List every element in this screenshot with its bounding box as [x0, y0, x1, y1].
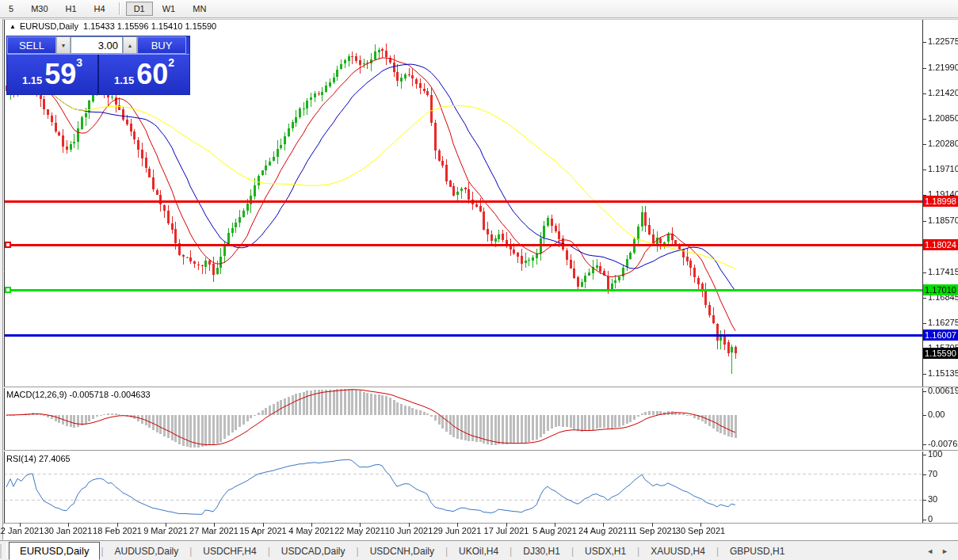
volume-input[interactable]: 3.00 [71, 36, 123, 54]
date-axis-label: 17 Jul 2021 [484, 526, 529, 535]
date-axis-label: 12 Jan 2021 [0, 526, 44, 535]
price-level-tag-1.16007[interactable]: 1.16007 [923, 330, 958, 341]
date-axis-label: 9 Mar 2021 [143, 526, 188, 535]
date-axis-label: 10 Jun 2021 [385, 526, 433, 535]
one-click-trade-panel: SELL ▼ 3.00 ▲ BUY 1.15 59 3 1.15 60 2 [6, 36, 190, 95]
price-level-tag-1.17010[interactable]: 1.17010 [923, 284, 958, 295]
chart-collapse-icon[interactable]: ▲ [10, 23, 16, 30]
volume-decrease-button[interactable]: ▼ [56, 36, 71, 54]
ask-price-big: 60 [136, 57, 168, 92]
chart-symbol-label: EURUSD,Daily [20, 21, 78, 31]
tab-XAUUSD[interactable]: XAUUSD,H4 [640, 543, 716, 559]
tab-DJ30[interactable]: DJ30,H1 [513, 543, 571, 559]
tab-scroll-right-button[interactable]: ► [941, 547, 948, 555]
date-axis-label: 5 Aug 2021 [532, 526, 577, 535]
price-axis-label: 1.17415 [928, 267, 958, 276]
price-axis-label: 1.21420 [928, 88, 958, 97]
macd-axis-label: 0.006193 [928, 386, 958, 395]
ask-price-prefix: 1.15 [114, 74, 134, 86]
tab-scroll-buttons: ◄► [926, 547, 948, 555]
tab-USDCHF[interactable]: USDCHF,H4 [193, 543, 266, 559]
date-axis-label: 27 Mar 2021 [189, 526, 239, 535]
date-axis-label: 4 May 2021 [288, 526, 334, 535]
price-axis-label: 1.21990 [928, 63, 958, 72]
tab-USDCAD[interactable]: USDCAD,Daily [271, 543, 356, 559]
date-axis-label: 18 Feb 2021 [93, 526, 142, 535]
price-axis-label: 1.15135 [928, 368, 958, 378]
price-chart-canvas[interactable] [0, 17, 958, 540]
date-axis-label: 30 Sep 2021 [676, 526, 725, 535]
volume-increase-button[interactable]: ▲ [123, 36, 137, 54]
tab-scroll-left-button[interactable]: ◄ [926, 547, 933, 555]
current-price-tag: 1.15590 [923, 348, 958, 359]
price-level-tag-1.18024[interactable]: 1.18024 [923, 239, 958, 250]
date-axis-label: 29 Jun 2021 [433, 526, 482, 535]
sell-price-button[interactable]: 1.15 59 3 [7, 55, 97, 94]
price-axis-label: 1.18570 [928, 215, 958, 225]
price-axis-label: 1.16275 [928, 318, 958, 327]
price-level-tag-1.18998[interactable]: 1.18998 [923, 196, 958, 207]
tab-AUDUSD[interactable]: AUDUSD,Daily [105, 543, 189, 559]
date-axis-label: 15 Apr 2021 [239, 526, 286, 535]
bid-price-pipette: 3 [76, 56, 82, 69]
rsi-axis-label: 70 [928, 469, 937, 478]
chart-ohlc-values: 1.15433 1.15596 1.15410 1.15590 [83, 21, 216, 31]
chart-tab-bar: EURUSD,Daily|AUDUSD,Daily|USDCHF,H4|USDC… [0, 540, 958, 560]
date-axis-label: 30 Jan 2021 [44, 526, 93, 535]
tab-GBPUSD[interactable]: GBPUSD,H1 [719, 543, 795, 559]
macd-indicator-label: MACD(12,26,9) -0.005718 -0.004633 [6, 390, 151, 399]
rsi-axis-label: 100 [928, 449, 942, 459]
bid-price-big: 59 [44, 57, 76, 92]
buy-price-button[interactable]: 1.15 60 2 [97, 55, 189, 94]
tab-USDX[interactable]: USDX,H1 [574, 543, 636, 559]
macd-axis-label: -0.00762 [928, 439, 958, 448]
price-axis-label: 1.20280 [928, 139, 958, 148]
date-axis-label: 22 May 2021 [334, 526, 385, 535]
sell-button[interactable]: SELL [7, 36, 56, 54]
chart-title: ▲EURUSD,Daily 1.15433 1.15596 1.15410 1.… [10, 21, 216, 31]
trading-platform-window: 5M30H1H4D1W1MN ▲EURUSD,Daily 1.15433 1.1… [0, 0, 958, 560]
tab-UKOil[interactable]: UKOil,H4 [448, 543, 509, 559]
rsi-indicator-label: RSI(14) 27.4065 [6, 454, 71, 463]
macd-axis-label: 0.00 [928, 410, 945, 419]
ask-price-pipette: 2 [168, 56, 174, 69]
date-axis-label: 11 Sep 2021 [628, 526, 677, 535]
date-axis-label: 24 Aug 2021 [578, 526, 628, 535]
chart-window: ▲EURUSD,Daily 1.15433 1.15596 1.15410 1.… [0, 0, 958, 560]
tab-EURUSD[interactable]: EURUSD,Daily [9, 542, 100, 560]
rsi-axis-label: 0 [928, 514, 933, 524]
tab-USDCNH[interactable]: USDCNH,Daily [360, 543, 445, 559]
tab-bar-grip [0, 544, 7, 558]
buy-button[interactable]: BUY [137, 36, 186, 54]
price-axis-label: 1.19710 [928, 164, 958, 173]
price-axis-label: 1.20850 [928, 113, 958, 123]
rsi-axis-label: 30 [928, 494, 937, 504]
price-axis-label: 1.22575 [928, 36, 958, 46]
bid-price-prefix: 1.15 [22, 74, 42, 86]
